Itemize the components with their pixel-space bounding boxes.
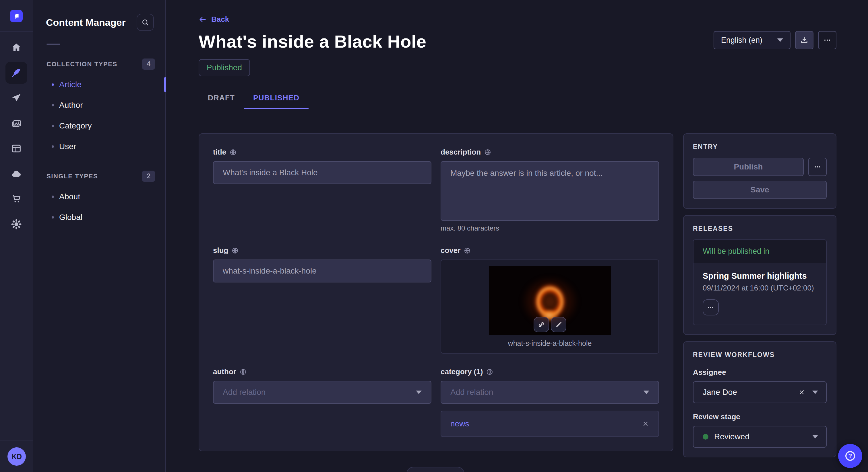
nav-content-type-builder[interactable] (5, 138, 27, 160)
nav-marketplace[interactable] (5, 188, 27, 210)
sidebar-item-label: Category (59, 121, 92, 131)
locale-select[interactable]: English (en) (714, 31, 790, 49)
bullet-icon (52, 196, 54, 198)
section-count-badge: 4 (142, 59, 155, 70)
entry-more-button[interactable] (808, 158, 827, 176)
release-name: Spring Summer highlights (703, 271, 817, 281)
field-category: category (1) Add relation news (441, 367, 659, 437)
locale-value: English (en) (721, 36, 763, 45)
copy-link-button[interactable] (534, 317, 549, 332)
help-button[interactable] (838, 444, 862, 468)
save-button[interactable]: Save (693, 181, 827, 199)
entry-form-panel: title What's inside a Black Hole descrip… (198, 133, 673, 451)
author-relation-combobox[interactable]: Add relation (213, 381, 431, 404)
relation-link[interactable]: news (451, 419, 469, 429)
tab-published[interactable]: PUBLISHED (244, 94, 309, 109)
sidebar-item-label: User (59, 142, 76, 151)
home-icon (11, 42, 22, 53)
arrow-left-icon (198, 15, 207, 24)
chevron-down-icon (644, 391, 649, 394)
sidebar-item-article[interactable]: Article (33, 74, 165, 95)
review-workflows-panel: REVIEW WORKFLOWS Assignee Jane Doe Revie… (683, 341, 836, 458)
releases-panel: RELEASES Will be published in Spring Sum… (683, 215, 836, 335)
close-icon (798, 389, 805, 396)
nav-deploy[interactable] (5, 163, 27, 185)
sidebar-title: Content Manager (46, 17, 126, 28)
release-more-button[interactable] (703, 299, 719, 315)
sidebar-item-label: Author (59, 101, 83, 110)
nav-home[interactable] (5, 37, 27, 59)
releases-panel-title: RELEASES (693, 225, 827, 233)
field-label: cover (441, 246, 460, 255)
close-icon (642, 420, 649, 428)
right-rail: ENTRY Publish Save RELEASES Will be publ… (683, 133, 836, 458)
sidebar-item-author[interactable]: Author (33, 95, 165, 115)
nav-content-manager[interactable] (5, 62, 27, 84)
assignee-combobox[interactable]: Jane Doe (693, 381, 827, 403)
description-value: Maybe the answer is in this article, or … (451, 169, 603, 178)
review-panel-title: REVIEW WORKFLOWS (693, 351, 827, 359)
assignee-value: Jane Doe (703, 388, 737, 397)
user-avatar[interactable]: KD (7, 447, 26, 466)
next-panel-peek (406, 467, 464, 472)
back-link[interactable]: Back (198, 15, 229, 24)
pencil-icon (555, 321, 562, 328)
globe-icon (231, 247, 239, 254)
field-label: category (1) (441, 367, 483, 376)
relation-item-news: news (441, 411, 659, 437)
cloud-icon (11, 168, 22, 179)
field-label: author (213, 367, 236, 376)
stage-status-dot (703, 434, 708, 440)
globe-icon (229, 149, 237, 156)
more-horizontal-icon (707, 303, 715, 311)
tab-draft[interactable]: DRAFT (198, 94, 244, 109)
cover-media-card: what-s-inside-a-black-hole (441, 260, 659, 353)
nav-media-library[interactable] (5, 112, 27, 134)
search-icon (141, 18, 150, 27)
sidebar-item-user[interactable]: User (33, 136, 165, 157)
field-label: title (213, 148, 226, 157)
combobox-placeholder: Add relation (223, 388, 266, 397)
category-relation-combobox[interactable]: Add relation (441, 381, 659, 404)
slug-input[interactable]: what-s-inside-a-black-hole (213, 260, 431, 282)
status-badge: Published (198, 59, 250, 76)
section-label: COLLECTION TYPES (46, 61, 117, 68)
nav-releases[interactable] (5, 87, 27, 109)
remove-relation-button[interactable] (642, 420, 649, 428)
version-tabs: DRAFT PUBLISHED (198, 94, 836, 109)
chevron-down-icon (777, 38, 783, 42)
sidebar-item-about[interactable]: About (33, 187, 165, 207)
header-more-button[interactable] (818, 31, 836, 49)
review-stage-label: Review stage (693, 412, 827, 421)
sidebar-item-global[interactable]: Global (33, 207, 165, 228)
collection-types-section: COLLECTION TYPES 4 Article Author Catego… (33, 59, 165, 157)
import-export-button[interactable] (795, 31, 813, 49)
assignee-label: Assignee (693, 368, 827, 377)
avatar-initials: KD (11, 452, 22, 461)
download-icon (800, 36, 809, 45)
single-types-section: SINGLE TYPES 2 About Global (33, 171, 165, 228)
description-textarea[interactable]: Maybe the answer is in this article, or … (441, 161, 659, 221)
section-count-badge: 2 (142, 171, 155, 182)
nav-bottom-divider (0, 440, 33, 440)
strapi-logo[interactable] (10, 10, 23, 22)
gear-icon (11, 218, 22, 230)
field-description: description Maybe the answer is in this … (441, 148, 659, 232)
review-stage-select[interactable]: Reviewed (693, 426, 827, 448)
nav-divider (0, 31, 33, 32)
sidebar-item-category[interactable]: Category (33, 115, 165, 136)
publish-button[interactable]: Publish (693, 158, 804, 176)
entry-panel-title: ENTRY (693, 143, 827, 151)
layout-icon (11, 143, 22, 154)
nav-settings[interactable] (5, 213, 27, 235)
search-button[interactable] (136, 14, 154, 31)
cover-image-black-hole (489, 266, 611, 335)
globe-icon (484, 149, 491, 156)
title-value: What's inside a Black Hole (223, 168, 318, 177)
edit-media-button[interactable] (551, 317, 566, 332)
clear-assignee-button[interactable] (798, 389, 805, 396)
release-card: Will be published in Spring Summer highl… (693, 239, 827, 325)
description-hint: max. 80 characters (441, 224, 659, 232)
title-input[interactable]: What's inside a Black Hole (213, 161, 431, 184)
field-cover: cover (441, 246, 659, 353)
